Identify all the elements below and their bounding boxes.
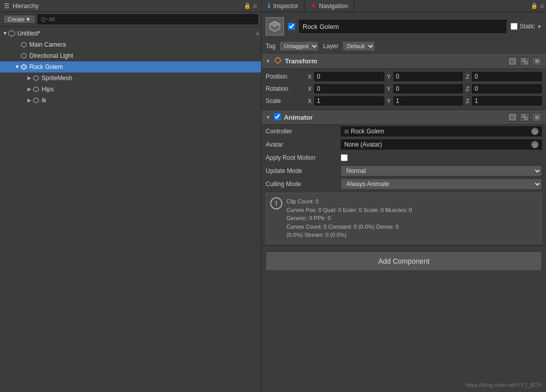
static-checkbox[interactable] [511,23,518,30]
hierarchy-tree: ▼ Untitled* ≡ ▶ Main Camera [0,27,261,392]
svg-marker-3 [33,76,39,81]
object-name-input[interactable] [299,20,506,33]
rotation-y-input[interactable] [393,84,463,93]
search-input[interactable] [38,14,258,24]
object-icon [20,63,27,70]
hierarchy-header-icons: 🔒 ≡ [244,2,257,10]
inspector-content: Static ▼ Tag Untagged Layer Default ▼ [262,12,546,392]
transform-title: Transform [285,57,504,65]
x-label: X [306,86,313,92]
scale-z-input[interactable] [472,96,542,105]
transform-arrow-icon: ▼ [266,58,271,64]
x-label: X [306,98,313,104]
culling-mode-label: Culling Mode [266,181,337,188]
list-item[interactable]: ▶ SpriteMesh [0,73,261,84]
item-label: Main Camera [29,41,66,48]
svg-marker-0 [21,42,26,47]
scale-x-input[interactable] [314,96,384,105]
warning-icon: ! [270,197,282,209]
create-button[interactable]: Create ▼ [3,15,35,24]
tag-select[interactable]: Untagged [279,41,319,51]
object-header: Static ▼ [262,14,546,39]
position-x-input[interactable] [314,72,384,81]
scale-row: Scale X Y Z [266,95,542,106]
object-icon [32,97,40,104]
controller-target-btn[interactable]: ◎ [531,128,538,135]
svg-marker-5 [33,98,39,103]
animator-buttons: ? ⚙ [507,113,542,122]
animator-component: ▼ Animator ? ⚙ [262,110,546,246]
item-label: Hips [42,86,54,93]
tab-inspector[interactable]: ℹ Inspector [262,0,305,12]
position-row: Position X Y Z [266,71,542,82]
object-icon [32,75,40,82]
rotation-label: Rotation [266,85,306,92]
svg-text:?: ? [512,59,514,64]
animator-checkbox-icon [274,113,281,122]
transform-reference-btn[interactable]: ? [507,57,518,66]
transform-body: Position X Y Z Rotation [262,69,546,110]
svg-rect-20 [525,117,527,120]
animator-enable-checkbox[interactable] [274,113,281,120]
expand-arrow-icon: ▼ [14,64,20,70]
add-component-section: Add Component [262,246,546,276]
rotation-z-input[interactable] [472,84,542,93]
transform-maximize-btn[interactable] [520,57,530,66]
controller-value-text: Rock Golem [351,128,384,135]
avatar-target-btn[interactable]: ◎ [531,141,538,148]
tab-navigation[interactable]: ✕ Navigation [305,0,354,12]
position-y-input[interactable] [393,72,463,81]
add-component-button[interactable]: Add Component [266,252,542,271]
animator-settings-btn[interactable]: ⚙ [532,113,542,122]
tab-inspector-label: Inspector [273,3,298,10]
nav-icon: ✕ [311,3,316,10]
list-item[interactable]: ▶ Main Camera [0,39,261,50]
y-label: Y [385,74,392,80]
hierarchy-header: ☰ Hierarchy 🔒 ≡ [0,0,261,12]
menu-icon: ≡ [253,2,257,10]
list-item[interactable]: ▶ Directional Light [0,50,261,61]
hierarchy-panel: ☰ Hierarchy 🔒 ≡ Create ▼ ▼ [0,0,262,392]
tab-navigation-label: Navigation [319,3,348,10]
transform-settings-btn[interactable]: ⚙ [532,57,542,66]
object-icon [20,41,27,48]
culling-mode-select[interactable]: Always Animate [341,179,542,190]
update-mode-row: Update Mode Normal [262,164,546,177]
animator-reference-btn[interactable]: ? [507,113,518,122]
expand-arrow-icon: ▶ [26,86,32,92]
layer-label: Layer [323,43,338,50]
svg-rect-19 [522,115,525,117]
item-label: Rock Golem [29,63,63,70]
scale-y-input[interactable] [393,96,463,105]
avatar-value-text: None (Avatar) [344,141,382,148]
svg-marker-4 [33,87,39,92]
list-item[interactable]: ▼ Rock Golem [0,61,261,73]
apply-root-motion-checkbox[interactable] [341,154,348,161]
tag-label: Tag [266,43,275,50]
svg-text:?: ? [512,115,514,120]
info-icon: ℹ [268,3,270,10]
object-active-checkbox[interactable] [288,23,295,30]
list-item[interactable]: ▶ Hips [0,84,261,95]
inspector-tabs-bar: ℹ Inspector ✕ Navigation 🔒 ≡ [262,0,546,12]
list-item[interactable]: ▼ Untitled* ≡ [0,28,261,39]
static-dropdown-icon[interactable]: ▼ [537,24,542,29]
position-z-input[interactable] [472,72,542,81]
object-preview-icon [266,17,284,35]
transform-icon [274,56,282,66]
avatar-value-field: None (Avatar) ◎ [341,139,542,150]
controller-label: Controller [266,128,337,135]
scale-label: Scale [266,97,306,104]
layer-select[interactable]: Default [342,41,375,51]
static-label: Static [520,23,535,30]
list-item[interactable]: ▶ Ik [0,95,261,106]
update-mode-select[interactable]: Normal [341,165,542,176]
controller-row: Controller ⊞ Rock Golem ◎ [262,125,546,138]
inspector-panel: ℹ Inspector ✕ Navigation 🔒 ≡ [262,0,546,392]
rotation-x-input[interactable] [314,84,384,93]
apply-root-motion-label: Apply Root Motion [266,154,337,161]
animator-maximize-btn[interactable] [520,113,530,122]
item-label: Ik [42,97,46,104]
scale-xyz: X Y Z [306,96,542,105]
y-label: Y [385,86,392,92]
